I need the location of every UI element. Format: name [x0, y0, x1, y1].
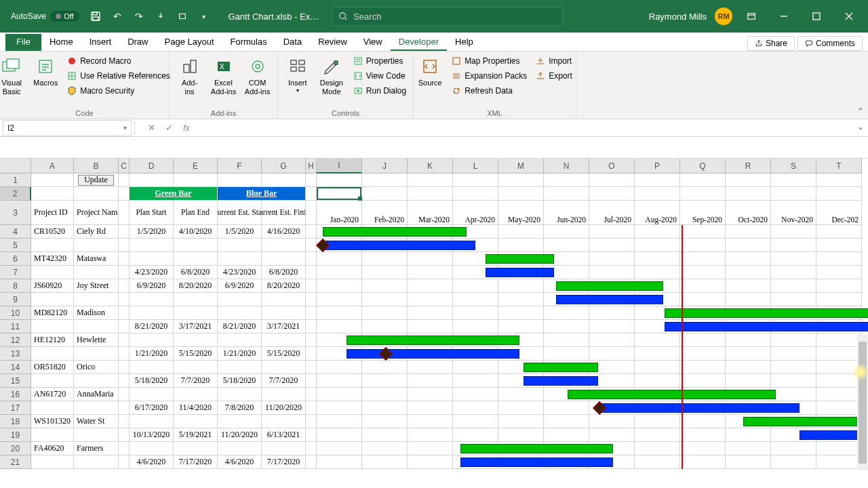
share-button[interactable]: Share	[747, 36, 795, 51]
row-header-6[interactable]: 6	[0, 252, 31, 266]
column-header-F[interactable]: F	[218, 159, 262, 174]
row-header-2[interactable]: 2	[0, 187, 31, 201]
user-name[interactable]: Raymond Mills	[649, 12, 707, 22]
column-header-G[interactable]: G	[262, 159, 306, 174]
relative-refs-button[interactable]: Use Relative References	[64, 69, 173, 83]
tab-home[interactable]: Home	[41, 34, 81, 51]
column-header-K[interactable]: K	[408, 159, 453, 174]
expand-formula-icon[interactable]: ⌄	[857, 122, 864, 131]
select-all-corner[interactable]	[0, 159, 31, 174]
enter-formula-icon[interactable]: ✓	[162, 121, 176, 135]
tab-data[interactable]: Data	[275, 34, 310, 51]
undo-icon[interactable]: ↶	[106, 5, 128, 27]
vertical-scrollbar[interactable]	[857, 335, 868, 470]
worksheet[interactable]: ABCDEFGHIJKLMNOPQRST 1234567891011121314…	[0, 159, 868, 470]
tab-insert[interactable]: Insert	[81, 34, 120, 51]
expansion-packs-button[interactable]: Expansion Packs	[448, 69, 530, 83]
tab-view[interactable]: View	[355, 34, 391, 51]
column-header-J[interactable]: J	[362, 159, 408, 174]
quick-access-icon[interactable]	[172, 5, 193, 27]
column-header-R[interactable]: R	[726, 159, 771, 174]
column-header-B[interactable]: B	[74, 159, 119, 174]
ribbon-display-icon[interactable]	[738, 5, 765, 27]
insert-control-button[interactable]: Insert▾	[282, 54, 313, 96]
scroll-thumb[interactable]	[859, 342, 867, 464]
column-header-P[interactable]: P	[635, 159, 680, 174]
row-header-1[interactable]: 1	[0, 174, 31, 187]
formula-input[interactable]	[200, 120, 868, 136]
save-icon[interactable]	[85, 5, 106, 27]
refresh-data-button[interactable]: Refresh Data	[448, 84, 530, 98]
source-button[interactable]: Source	[414, 54, 446, 89]
tab-review[interactable]: Review	[310, 34, 355, 51]
column-header-H[interactable]: H	[306, 159, 317, 174]
row-header-21[interactable]: 21	[0, 455, 31, 469]
tab-formulas[interactable]: Formulas	[222, 34, 275, 51]
excel-addins-button[interactable]: XExcel Add-ins	[208, 54, 239, 98]
row-header-11[interactable]: 11	[0, 320, 31, 333]
search-input[interactable]: Search	[332, 7, 563, 26]
run-dialog-button[interactable]: Run Dialog	[350, 84, 409, 98]
row-header-16[interactable]: 16	[0, 388, 31, 401]
column-header-M[interactable]: M	[498, 159, 544, 174]
row-header-13[interactable]: 13	[0, 347, 31, 361]
column-header-Q[interactable]: Q	[680, 159, 726, 174]
row-header-14[interactable]: 14	[0, 361, 31, 374]
com-addins-button[interactable]: COM Add-ins	[242, 54, 273, 98]
design-mode-button[interactable]: Design Mode	[316, 54, 347, 98]
redo-icon[interactable]: ↷	[128, 5, 150, 27]
visual-basic-button[interactable]: Visual Basic	[0, 54, 27, 98]
touch-mode-icon[interactable]	[150, 5, 172, 27]
tab-draw[interactable]: Draw	[119, 34, 156, 51]
row-header-8[interactable]: 8	[0, 279, 31, 293]
view-code-button[interactable]: View Code	[350, 69, 409, 83]
column-header-I[interactable]: I	[317, 159, 362, 174]
macros-button[interactable]: Macros	[30, 54, 61, 89]
addins-button[interactable]: Add- ins	[174, 54, 205, 98]
row-header-9[interactable]: 9	[0, 293, 31, 306]
macro-security-button[interactable]: Macro Security	[64, 84, 173, 98]
column-header-O[interactable]: O	[589, 159, 635, 174]
qat-customize-icon[interactable]: ▾	[193, 5, 215, 27]
tab-file[interactable]: File	[5, 34, 41, 51]
row-header-12[interactable]: 12	[0, 333, 31, 347]
comments-button[interactable]: Comments	[797, 36, 863, 51]
column-header-E[interactable]: E	[174, 159, 218, 174]
minimize-icon[interactable]	[770, 5, 797, 27]
tab-developer[interactable]: Developer	[391, 34, 447, 51]
column-header-N[interactable]: N	[544, 159, 589, 174]
column-header-S[interactable]: S	[771, 159, 816, 174]
maximize-icon[interactable]	[803, 5, 830, 27]
import-button[interactable]: Import	[532, 54, 575, 68]
grid[interactable]: UpdateGreen BarBlue BarProject IDProject…	[31, 174, 862, 469]
row-header-4[interactable]: 4	[0, 225, 31, 239]
avatar[interactable]: RM	[715, 7, 732, 25]
row-header-18[interactable]: 18	[0, 415, 31, 428]
export-button[interactable]: Export	[532, 69, 575, 83]
name-box[interactable]: I2▾	[3, 120, 132, 136]
column-header-L[interactable]: L	[453, 159, 498, 174]
map-properties-button[interactable]: Map Properties	[448, 54, 530, 68]
fx-icon[interactable]: fx	[180, 121, 193, 135]
autosave-toggle[interactable]: AutoSave Off	[5, 8, 85, 24]
row-header-5[interactable]: 5	[0, 239, 31, 252]
close-icon[interactable]	[835, 5, 863, 27]
row-header-17[interactable]: 17	[0, 401, 31, 415]
row-header-7[interactable]: 7	[0, 266, 31, 279]
row-header-20[interactable]: 20	[0, 442, 31, 455]
update-button[interactable]: Update	[78, 175, 114, 186]
column-header-C[interactable]: C	[119, 159, 130, 174]
column-header-A[interactable]: A	[31, 159, 74, 174]
tab-page-layout[interactable]: Page Layout	[157, 34, 222, 51]
row-header-3[interactable]: 3	[0, 201, 31, 225]
column-header-T[interactable]: T	[816, 159, 862, 174]
row-header-19[interactable]: 19	[0, 428, 31, 442]
properties-button[interactable]: Properties	[350, 54, 409, 68]
row-header-10[interactable]: 10	[0, 306, 31, 320]
column-header-D[interactable]: D	[130, 159, 174, 174]
collapse-ribbon-icon[interactable]: ⌃	[857, 106, 864, 116]
row-header-15[interactable]: 15	[0, 374, 31, 388]
cancel-formula-icon[interactable]: ✕	[144, 121, 158, 135]
record-macro-button[interactable]: Record Macro	[64, 54, 173, 68]
tab-help[interactable]: Help	[447, 34, 481, 51]
